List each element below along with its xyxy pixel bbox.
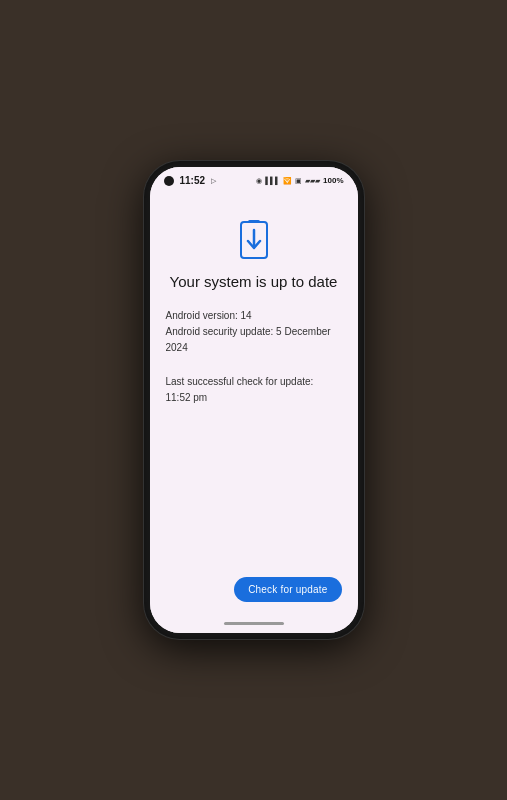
check-update-button[interactable]: Check for update <box>234 577 341 602</box>
last-check-time: 11:52 pm <box>166 390 342 406</box>
battery-icon: ▰▰▰ <box>305 177 320 185</box>
status-right: ◉ ▌▌▌ 🛜 ▣ ▰▰▰ 100% <box>256 176 343 185</box>
status-left: 11:52 ▷ <box>164 175 217 186</box>
update-icon-wrapper <box>166 220 342 260</box>
android-version-label: Android version: 14 <box>166 308 342 324</box>
battery-percent: 100% <box>323 176 343 185</box>
last-check-section: Last successful check for update: 11:52 … <box>166 374 342 406</box>
last-check-title: Last successful check for update: <box>166 374 342 390</box>
media-icon: ▷ <box>211 177 216 185</box>
content-area: Your system is up to date Android versio… <box>150 190 358 616</box>
camera-dot <box>164 176 174 186</box>
nav-bar <box>150 616 358 633</box>
svg-rect-1 <box>248 220 260 223</box>
system-update-icon <box>238 220 270 260</box>
phone-wrapper: 11:52 ▷ ◉ ▌▌▌ 🛜 ▣ ▰▰▰ 100% <box>139 155 369 645</box>
info-section: Android version: 14 Android security upd… <box>166 308 342 356</box>
wifi-icon: 🛜 <box>283 177 292 185</box>
status-bar: 11:52 ▷ ◉ ▌▌▌ 🛜 ▣ ▰▰▰ 100% <box>150 167 358 190</box>
bottom-section: Check for update <box>166 577 342 602</box>
status-time: 11:52 <box>180 175 206 186</box>
security-update-label: Android security update: 5 December 2024 <box>166 324 342 356</box>
home-indicator <box>224 622 284 625</box>
spacer <box>166 406 342 578</box>
nfc-icon: ◉ <box>256 177 262 185</box>
main-title: Your system is up to date <box>166 272 342 292</box>
phone-screen: 11:52 ▷ ◉ ▌▌▌ 🛜 ▣ ▰▰▰ 100% <box>150 167 358 633</box>
signal-bars-icon: ▌▌▌ <box>265 177 280 184</box>
phone-outer: 11:52 ▷ ◉ ▌▌▌ 🛜 ▣ ▰▰▰ 100% <box>144 161 364 639</box>
sim-icon: ▣ <box>295 177 302 185</box>
